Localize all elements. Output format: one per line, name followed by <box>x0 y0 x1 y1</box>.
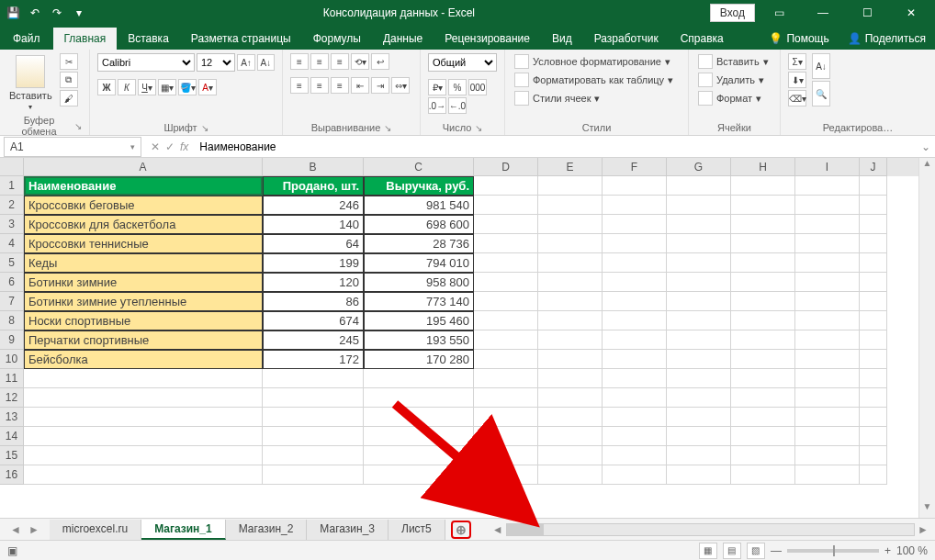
font-size-select[interactable]: 12 <box>197 53 235 72</box>
view-page-break-icon[interactable]: ▧ <box>747 543 765 559</box>
cell-F6[interactable] <box>603 273 667 292</box>
spreadsheet-grid[interactable]: ABCDEFGHIJ 12345678910111213141516 Наиме… <box>0 158 935 518</box>
autosum-icon[interactable]: Σ▾ <box>788 53 806 70</box>
cell-B4[interactable]: 64 <box>263 234 364 253</box>
fill-icon[interactable]: ⬇▾ <box>788 72 806 88</box>
cell-G1[interactable] <box>667 176 731 196</box>
cell-F15[interactable] <box>603 446 667 465</box>
share-button[interactable]: 👤Поделиться <box>839 28 935 50</box>
close-icon[interactable]: ✕ <box>891 0 931 26</box>
cell-G7[interactable] <box>667 292 731 311</box>
vertical-scrollbar[interactable]: ▲ ▼ <box>918 158 935 518</box>
format-cells-button[interactable]: Формат ▾ <box>696 90 772 106</box>
cell-J14[interactable] <box>860 427 887 446</box>
currency-icon[interactable]: ₽▾ <box>428 79 446 95</box>
name-box[interactable]: A1▾ <box>4 137 141 157</box>
cell-J11[interactable] <box>860 369 887 388</box>
cell-I3[interactable] <box>795 215 860 234</box>
decrease-decimal-icon[interactable]: ←.0 <box>448 97 467 114</box>
tab-help[interactable]: Справка <box>670 28 735 50</box>
cell-E11[interactable] <box>538 369 603 388</box>
cell-C4[interactable]: 28 736 <box>364 234 474 253</box>
zoom-slider[interactable] <box>787 549 879 553</box>
cell-F1[interactable] <box>603 176 667 196</box>
undo-icon[interactable]: ↶ <box>26 4 44 22</box>
select-all-corner[interactable] <box>0 158 24 176</box>
align-right-icon[interactable]: ≡ <box>331 77 349 94</box>
cell-I1[interactable] <box>795 176 860 196</box>
cell-H3[interactable] <box>731 215 795 234</box>
cell-H7[interactable] <box>731 292 795 311</box>
cell-G14[interactable] <box>667 427 731 446</box>
cell-G2[interactable] <box>667 196 731 215</box>
cell-F7[interactable] <box>603 292 667 311</box>
cell-A13[interactable] <box>24 408 263 427</box>
file-tab[interactable]: Файл <box>0 28 53 50</box>
col-header-B[interactable]: B <box>263 158 364 176</box>
cell-B11[interactable] <box>263 369 364 388</box>
wrap-text-icon[interactable]: ↩ <box>371 53 389 70</box>
cell-G13[interactable] <box>667 408 731 427</box>
cell-B8[interactable]: 674 <box>263 311 364 330</box>
cell-D11[interactable] <box>474 369 538 388</box>
align-top-icon[interactable]: ≡ <box>290 53 309 70</box>
zoom-level[interactable]: 100 % <box>896 544 928 557</box>
cell-I6[interactable] <box>795 273 860 292</box>
tab-page-layout[interactable]: Разметка страницы <box>180 28 302 50</box>
sheet-nav-next-icon[interactable]: ► <box>26 523 42 536</box>
row-header-13[interactable]: 13 <box>0 408 24 427</box>
cell-G12[interactable] <box>667 388 731 408</box>
merge-icon[interactable]: ⇔▾ <box>391 77 410 94</box>
cell-E15[interactable] <box>538 446 603 465</box>
cell-H16[interactable] <box>731 465 795 485</box>
cell-H4[interactable] <box>731 234 795 253</box>
tab-review[interactable]: Рецензирование <box>434 28 541 50</box>
cell-D9[interactable] <box>474 330 538 350</box>
cell-C8[interactable]: 195 460 <box>364 311 474 330</box>
align-center-icon[interactable]: ≡ <box>310 77 329 94</box>
tab-view[interactable]: Вид <box>541 28 583 50</box>
cell-C11[interactable] <box>364 369 474 388</box>
cell-H13[interactable] <box>731 408 795 427</box>
cell-F2[interactable] <box>603 196 667 215</box>
cell-J8[interactable] <box>860 311 887 330</box>
row-header-5[interactable]: 5 <box>0 253 24 273</box>
cell-F4[interactable] <box>603 234 667 253</box>
row-header-16[interactable]: 16 <box>0 465 24 485</box>
cell-J15[interactable] <box>860 446 887 465</box>
cell-A6[interactable]: Ботинки зимние <box>24 273 263 292</box>
format-painter-icon[interactable]: 🖌 <box>60 90 78 106</box>
cell-E14[interactable] <box>538 427 603 446</box>
cell-C12[interactable] <box>364 388 474 408</box>
cell-E5[interactable] <box>538 253 603 273</box>
cell-E9[interactable] <box>538 330 603 350</box>
cell-B13[interactable] <box>263 408 364 427</box>
view-page-layout-icon[interactable]: ▤ <box>723 543 741 559</box>
italic-button[interactable]: К <box>118 79 136 95</box>
cell-F16[interactable] <box>603 465 667 485</box>
cell-I9[interactable] <box>795 330 860 350</box>
row-header-10[interactable]: 10 <box>0 350 24 369</box>
cell-D2[interactable] <box>474 196 538 215</box>
row-header-15[interactable]: 15 <box>0 446 24 465</box>
row-header-2[interactable]: 2 <box>0 196 24 215</box>
cell-F12[interactable] <box>603 388 667 408</box>
sheet-tab-2[interactable]: Магазин_2 <box>226 520 308 540</box>
delete-cells-button[interactable]: Удалить ▾ <box>696 72 772 88</box>
cell-H1[interactable] <box>731 176 795 196</box>
col-header-J[interactable]: J <box>860 158 887 176</box>
cell-C1[interactable]: Выручка, руб. <box>364 176 474 196</box>
maximize-icon[interactable]: ☐ <box>847 0 887 26</box>
number-format-select[interactable]: Общий <box>428 53 497 72</box>
cell-I14[interactable] <box>795 427 860 446</box>
cell-C5[interactable]: 794 010 <box>364 253 474 273</box>
row-header-11[interactable]: 11 <box>0 369 24 388</box>
cell-A16[interactable] <box>24 465 263 485</box>
cell-A12[interactable] <box>24 388 263 408</box>
cell-I7[interactable] <box>795 292 860 311</box>
cell-G5[interactable] <box>667 253 731 273</box>
cell-J16[interactable] <box>860 465 887 485</box>
cell-C16[interactable] <box>364 465 474 485</box>
cell-F3[interactable] <box>603 215 667 234</box>
col-header-D[interactable]: D <box>474 158 538 176</box>
